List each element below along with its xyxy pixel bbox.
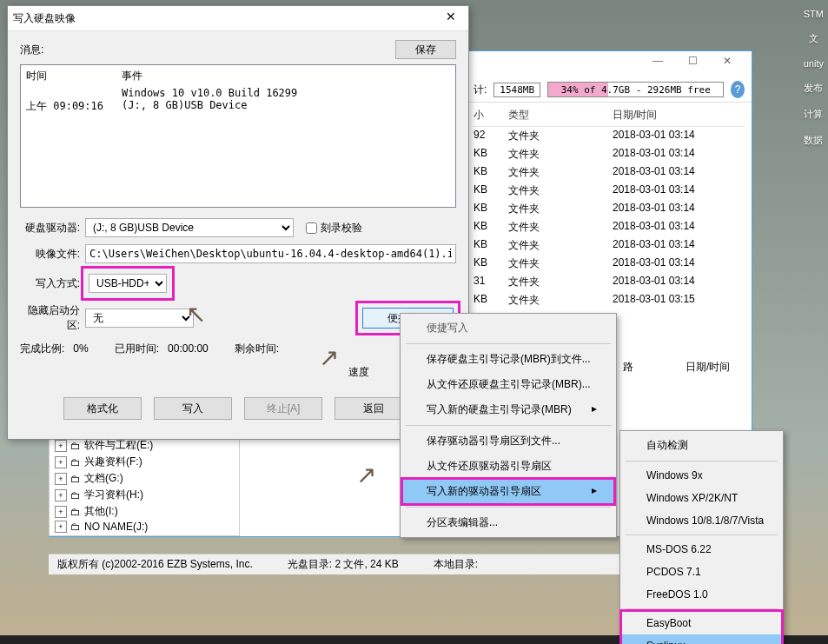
format-button[interactable]: 格式化	[63, 397, 142, 420]
write-button[interactable]: 写入	[154, 397, 232, 420]
menu-restore-bootsector[interactable]: 从文件还原驱动器引导扇区	[402, 454, 614, 479]
close-icon[interactable]: ✕	[439, 10, 463, 27]
message-label: 消息:	[20, 43, 43, 57]
file-row[interactable]: KB文件夹2018-03-01 03:14	[474, 236, 745, 255]
submenu-msdos[interactable]: MS-DOS 6.22	[622, 538, 781, 561]
arrow-icon: ↖	[186, 300, 206, 329]
file-row[interactable]: KB文件夹2018-03-01 03:15	[474, 291, 745, 309]
file-row[interactable]: KB文件夹2018-03-01 03:14	[474, 182, 745, 200]
arrow-icon: ↗	[356, 461, 376, 489]
desktop-icon[interactable]: 数据	[804, 134, 824, 147]
dialog-titlebar[interactable]: 写入硬盘映像 ✕	[8, 6, 468, 31]
disc-info: 光盘目录: 2 文件, 24 KB	[288, 557, 399, 572]
quick-boot-menu: 便捷写入 保存硬盘主引导记录(MBR)到文件... 从文件还原硬盘主引导记录(M…	[400, 313, 617, 538]
tree-pane: +🗀软件与工程(E:)+🗀兴趣资料(F:)+🗀文档(G:)+🗀学习资料(H:)+…	[49, 435, 240, 536]
menu-header: 便捷写入	[402, 315, 614, 341]
file-row[interactable]: KB文件夹2018-03-01 03:14	[474, 163, 745, 182]
submenu-winxp[interactable]: Windows XP/2K/NT	[622, 487, 781, 509]
file-row[interactable]: KB文件夹2018-03-01 03:14	[474, 145, 745, 163]
submenu-syslinux[interactable]: Syslinux	[622, 634, 781, 644]
desktop-icon[interactable]: STM	[804, 9, 824, 19]
hidden-label: 隐藏启动分区:	[20, 303, 85, 333]
expand-icon[interactable]: +	[55, 440, 67, 452]
menu-partition-editor[interactable]: 分区表编辑器...	[402, 510, 614, 535]
file-row[interactable]: KB文件夹2018-03-01 03:14	[474, 218, 745, 236]
expand-icon[interactable]: +	[55, 456, 67, 468]
tree-item[interactable]: +🗀学习资料(H:)	[55, 487, 234, 503]
total-size-box: 1548MB	[493, 83, 540, 97]
hidden-partition-select[interactable]: 无	[85, 309, 194, 328]
expand-icon[interactable]: +	[55, 489, 67, 501]
tree-item[interactable]: +🗀文档(G:)	[55, 470, 234, 487]
expand-icon[interactable]: +	[55, 473, 67, 485]
menu-save-mbr[interactable]: 保存硬盘主引导记录(MBR)到文件...	[402, 347, 614, 372]
folder-icon: 🗀	[70, 440, 81, 452]
done-label: 完成比例:	[20, 342, 64, 355]
desktop-icon[interactable]: 发布	[804, 82, 824, 95]
file-list: 小 类型 日期/时间 92文件夹2018-03-01 03:14KB文件夹201…	[467, 103, 752, 311]
date-col[interactable]: 日期/时间	[686, 360, 730, 375]
submenu-auto[interactable]: 自动检测	[622, 433, 781, 458]
image-path-input[interactable]	[85, 244, 456, 263]
desktop-icons: STM 文 unity 发布 计算 数据	[804, 9, 824, 160]
submenu-win10[interactable]: Windows 10/8.1/8/7/Vista	[622, 509, 781, 532]
log-event-header: 事件	[122, 69, 142, 83]
folder-icon: 🗀	[70, 521, 81, 533]
abort-button[interactable]: 终止[A]	[244, 397, 322, 420]
bootsector-submenu: 自动检测 Windows 9x Windows XP/2K/NT Windows…	[619, 430, 784, 644]
folder-icon: 🗀	[70, 489, 81, 501]
desktop-icon[interactable]: 计算	[804, 108, 824, 121]
expand-icon[interactable]: +	[55, 506, 67, 518]
col-type[interactable]: 类型	[508, 108, 613, 123]
menu-write-bootsector[interactable]: 写入新的驱动器引导扇区▸	[402, 479, 614, 504]
save-button[interactable]: 保存	[395, 40, 456, 59]
tree-item[interactable]: +🗀其他(I:)	[55, 503, 234, 520]
help-icon[interactable]: ?	[731, 81, 745, 98]
done-value: 0%	[73, 342, 88, 355]
elapsed-label: 已用时间:	[115, 342, 159, 355]
col-date[interactable]: 日期/时间	[613, 108, 743, 123]
file-row[interactable]: KB文件夹2018-03-01 03:14	[474, 255, 745, 273]
write-method-select[interactable]: USB-HDD+	[89, 274, 167, 293]
file-row[interactable]: KB文件夹2018-03-01 03:14	[474, 200, 745, 218]
method-label: 写入方式:	[20, 276, 85, 291]
close-icon[interactable]: ✕	[710, 55, 745, 74]
drive-label: 硬盘驱动器:	[20, 221, 85, 236]
expand-icon[interactable]: +	[55, 521, 67, 533]
capacity-bar: 34% of 4.7GB - 2926MB free	[547, 82, 724, 97]
local-dir: 本地目录:	[434, 557, 478, 572]
file-row[interactable]: 31文件夹2018-03-01 03:14	[474, 273, 745, 291]
dialog-title: 写入硬盘映像	[13, 11, 76, 26]
verify-checkbox[interactable]: 刻录校验	[306, 221, 362, 236]
desktop-icon[interactable]: 文	[804, 32, 824, 45]
image-label: 映像文件:	[20, 247, 85, 262]
copyright: 版权所有 (c)2002-2016 EZB Systems, Inc.	[57, 557, 253, 572]
speed-label: 速度	[20, 365, 456, 380]
maximize-icon[interactable]: ☐	[675, 55, 710, 74]
tree-item[interactable]: +🗀兴趣资料(F:)	[55, 454, 234, 470]
path-col[interactable]: 路	[623, 360, 633, 375]
menu-restore-mbr[interactable]: 从文件还原硬盘主引导记录(MBR)...	[402, 372, 614, 397]
desktop-icon[interactable]: unity	[804, 58, 824, 69]
submenu-pcdos[interactable]: PCDOS 7.1	[622, 561, 781, 583]
submenu-freedos[interactable]: FreeDOS 1.0	[622, 583, 781, 606]
tree-item[interactable]: +🗀NO NAME(J:)	[55, 520, 234, 534]
drive-select[interactable]: (J:, 8 GB)USB Device	[85, 218, 294, 237]
remain-label: 剩余时间:	[235, 342, 279, 356]
folder-icon: 🗀	[70, 506, 81, 518]
elapsed-value: 00:00:00	[168, 342, 209, 355]
minimize-icon[interactable]: —	[640, 55, 675, 74]
total-label: 计:	[474, 83, 487, 97]
folder-icon: 🗀	[70, 456, 81, 468]
arrow-icon: ↗	[319, 343, 339, 372]
log-box: 时间 事件 Windows 10 v10.0 Build 16299 上午 09…	[20, 64, 456, 208]
col-size[interactable]: 小	[474, 108, 508, 123]
submenu-easyboot[interactable]: EasyBoot	[622, 612, 781, 634]
menu-write-mbr[interactable]: 写入新的硬盘主引导记录(MBR)▸	[402, 397, 614, 422]
menu-save-bootsector[interactable]: 保存驱动器引导扇区到文件...	[402, 428, 614, 454]
log-time-header: 时间	[26, 69, 122, 83]
file-row[interactable]: 92文件夹2018-03-01 03:14	[474, 127, 745, 145]
folder-icon: 🗀	[70, 473, 81, 485]
submenu-win9x[interactable]: Windows 9x	[622, 464, 781, 487]
